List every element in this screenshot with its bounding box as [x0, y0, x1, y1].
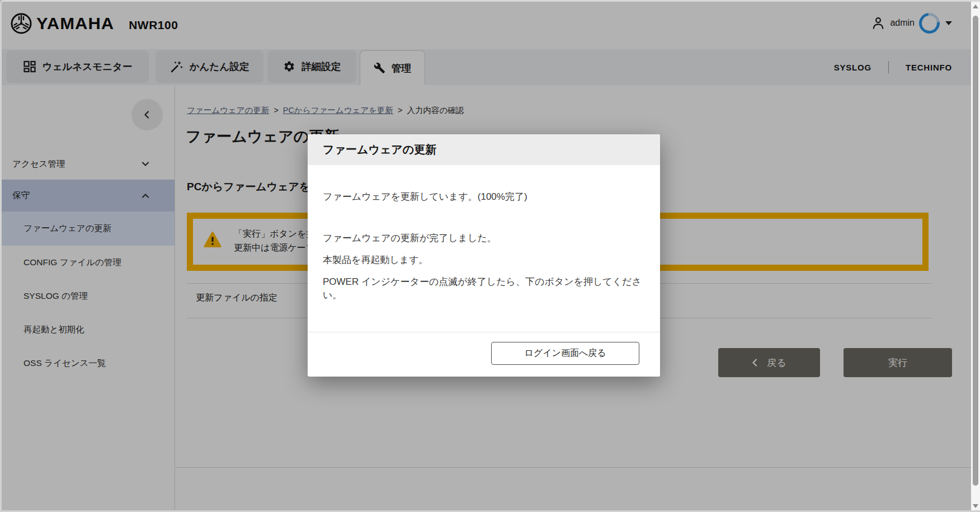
dialog-message-line: POWER インジケーターの点滅が終了したら、下のボタンを押してください。 [323, 275, 644, 302]
dialog-title: ファームウェアの更新 [323, 142, 436, 157]
app-window: YAMAHA NWR100 admin ウェルネスモニター [0, 0, 980, 512]
dialog-body: ファームウェアを更新しています。(100%完了) ファームウェアの更新が完了しま… [308, 165, 660, 332]
firmware-update-dialog: ファームウェアの更新 ファームウェアを更新しています。(100%完了) ファーム… [308, 134, 660, 377]
scrollbar-up-arrow-icon[interactable] [971, 1, 980, 11]
scrollbar-thumb[interactable] [973, 16, 978, 486]
page-scrollbar[interactable] [971, 0, 980, 512]
scrollbar-down-arrow-icon[interactable] [971, 501, 980, 511]
dialog-message-line: 本製品を再起動します。 [323, 253, 644, 267]
dialog-message-line: ファームウェアの更新が完了しました。 [323, 232, 644, 245]
progress-status-text: ファームウェアを更新しています。(100%完了) [323, 190, 644, 204]
dialog-header: ファームウェアの更新 [308, 134, 660, 165]
return-to-login-button[interactable]: ログイン画面へ戻る [491, 342, 639, 365]
dialog-footer: ログイン画面へ戻る [308, 332, 660, 377]
